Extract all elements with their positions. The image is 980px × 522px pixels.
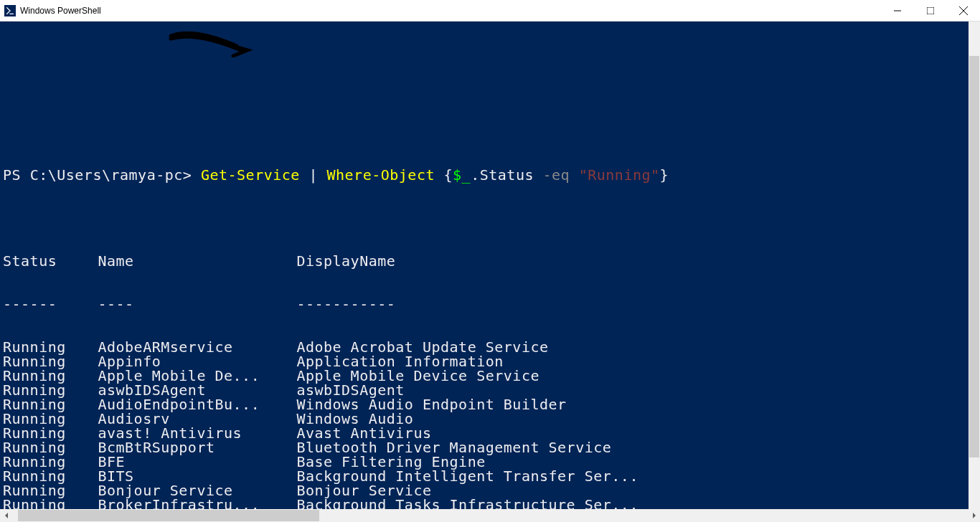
service-row: RunningBITSBackground Intelligent Transf… bbox=[3, 469, 969, 483]
service-status: Running bbox=[3, 498, 98, 509]
service-status: Running bbox=[3, 440, 98, 455]
service-displayname: Application Information bbox=[296, 354, 503, 369]
service-displayname: Apple Mobile Device Service bbox=[296, 369, 540, 383]
annotation-stroke bbox=[165, 22, 265, 57]
minimize-button[interactable] bbox=[881, 0, 914, 22]
service-displayname: Background Intelligent Transfer Ser... bbox=[296, 469, 639, 483]
console-area[interactable]: PS C:\Users\ramya-pc> Get-Service | Wher… bbox=[0, 22, 980, 509]
service-status: Running bbox=[3, 469, 98, 483]
service-displayname: Base Filtering Engine bbox=[296, 455, 485, 469]
service-status: Running bbox=[3, 426, 98, 440]
header-row: StatusNameDisplayName bbox=[3, 254, 969, 268]
maximize-button[interactable] bbox=[914, 0, 947, 22]
service-status: Running bbox=[3, 397, 98, 412]
svg-rect-0 bbox=[927, 7, 934, 14]
service-displayname: Windows Audio bbox=[296, 412, 413, 426]
service-name: BrokerInfrastru... bbox=[98, 498, 296, 509]
titlebar-left: Windows PowerShell bbox=[4, 5, 101, 16]
service-row: RunningAdobeARMserviceAdobe Acrobat Upda… bbox=[3, 340, 969, 354]
divider-row: --------------------- bbox=[3, 297, 969, 311]
prompt-line: PS C:\Users\ramya-pc> Get-Service | Wher… bbox=[3, 168, 969, 182]
service-status: Running bbox=[3, 354, 98, 369]
scroll-left-button[interactable] bbox=[0, 510, 12, 522]
service-status: Running bbox=[3, 383, 98, 397]
service-displayname: Background Tasks Infrastructure Ser... bbox=[296, 498, 639, 509]
service-row: RunningAudiosrvWindows Audio bbox=[3, 412, 969, 426]
service-row: RunningBcmBtRSupportBluetooth Driver Man… bbox=[3, 440, 969, 455]
service-status: Running bbox=[3, 483, 98, 498]
horizontal-scroll-thumb[interactable] bbox=[18, 510, 319, 521]
service-displayname: Adobe Acrobat Update Service bbox=[296, 340, 548, 354]
titlebar: Windows PowerShell bbox=[0, 0, 980, 22]
service-status: Running bbox=[3, 369, 98, 383]
service-name: AdobeARMservice bbox=[98, 340, 296, 354]
service-row: RunningApple Mobile De...Apple Mobile De… bbox=[3, 369, 969, 383]
service-row: RunningAppinfoApplication Information bbox=[3, 354, 969, 369]
service-name: Bonjour Service bbox=[98, 483, 296, 498]
service-name: AudioEndpointBu... bbox=[98, 397, 296, 412]
service-name: Audiosrv bbox=[98, 412, 296, 426]
service-row: RunningBrokerInfrastru...Background Task… bbox=[3, 498, 969, 509]
horizontal-scrollbar[interactable] bbox=[0, 509, 980, 522]
service-row: Runningavast! AntivirusAvast Antivirus bbox=[3, 426, 969, 440]
service-status: Running bbox=[3, 412, 98, 426]
service-name: avast! Antivirus bbox=[98, 426, 296, 440]
window-controls bbox=[881, 0, 980, 21]
service-row: RunningAudioEndpointBu...Windows Audio E… bbox=[3, 397, 969, 412]
horizontal-scroll-track[interactable] bbox=[12, 509, 968, 522]
service-displayname: Bluetooth Driver Management Service bbox=[296, 440, 611, 455]
service-name: Appinfo bbox=[98, 354, 296, 369]
service-status: Running bbox=[3, 455, 98, 469]
close-button[interactable] bbox=[947, 0, 980, 22]
vertical-scrollbar[interactable] bbox=[969, 22, 980, 509]
service-displayname: aswbIDSAgent bbox=[296, 383, 405, 397]
service-name: Apple Mobile De... bbox=[98, 369, 296, 383]
service-displayname: Windows Audio Endpoint Builder bbox=[296, 397, 566, 412]
service-name: BITS bbox=[98, 469, 296, 483]
service-status: Running bbox=[3, 340, 98, 354]
scroll-right-button[interactable] bbox=[968, 510, 980, 522]
console-output: PS C:\Users\ramya-pc> Get-Service | Wher… bbox=[0, 22, 969, 509]
service-name: BFE bbox=[98, 455, 296, 469]
service-name: BcmBtRSupport bbox=[98, 440, 296, 455]
service-row: RunningBFEBase Filtering Engine bbox=[3, 455, 969, 469]
vertical-scroll-thumb[interactable] bbox=[969, 56, 979, 457]
service-row: RunningaswbIDSAgentaswbIDSAgent bbox=[3, 383, 969, 397]
window-title: Windows PowerShell bbox=[20, 6, 101, 16]
service-row: RunningBonjour ServiceBonjour Service bbox=[3, 483, 969, 498]
service-name: aswbIDSAgent bbox=[98, 383, 296, 397]
powershell-icon bbox=[4, 5, 16, 16]
service-displayname: Avast Antivirus bbox=[296, 426, 431, 440]
service-displayname: Bonjour Service bbox=[296, 483, 431, 498]
